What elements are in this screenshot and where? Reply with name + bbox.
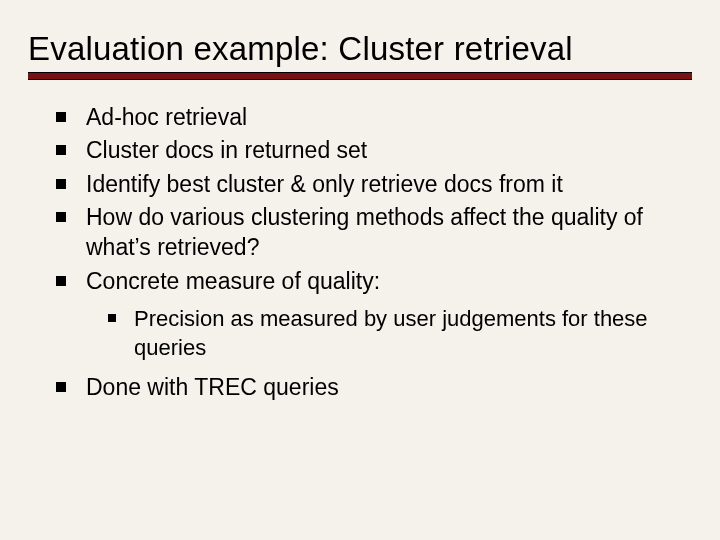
list-item-text: Concrete measure of quality: (86, 266, 692, 296)
square-bullet-icon (56, 382, 66, 392)
slide-title: Evaluation example: Cluster retrieval (28, 30, 692, 68)
square-bullet-icon (108, 314, 116, 322)
slide: Evaluation example: Cluster retrieval Ad… (0, 0, 720, 540)
square-bullet-icon (56, 112, 66, 122)
square-bullet-icon (56, 276, 66, 286)
list-item: Cluster docs in returned set (56, 135, 692, 165)
title-rule (28, 72, 692, 80)
slide-body: Ad-hoc retrieval Cluster docs in returne… (28, 102, 692, 403)
list-item: Concrete measure of quality: (56, 266, 692, 296)
sub-list-item: Precision as measured by user judgements… (108, 304, 692, 362)
list-item: How do various clustering methods affect… (56, 202, 692, 263)
list-item-text: Identify best cluster & only retrieve do… (86, 169, 692, 199)
sub-list-item-text: Precision as measured by user judgements… (134, 304, 692, 362)
list-item-text: Cluster docs in returned set (86, 135, 692, 165)
list-item-text: Done with TREC queries (86, 372, 692, 402)
list-item: Done with TREC queries (56, 372, 692, 402)
square-bullet-icon (56, 145, 66, 155)
sub-list: Precision as measured by user judgements… (56, 304, 692, 362)
list-item-text: How do various clustering methods affect… (86, 202, 692, 263)
square-bullet-icon (56, 179, 66, 189)
list-item: Ad-hoc retrieval (56, 102, 692, 132)
list-item: Identify best cluster & only retrieve do… (56, 169, 692, 199)
list-item-text: Ad-hoc retrieval (86, 102, 692, 132)
square-bullet-icon (56, 212, 66, 222)
